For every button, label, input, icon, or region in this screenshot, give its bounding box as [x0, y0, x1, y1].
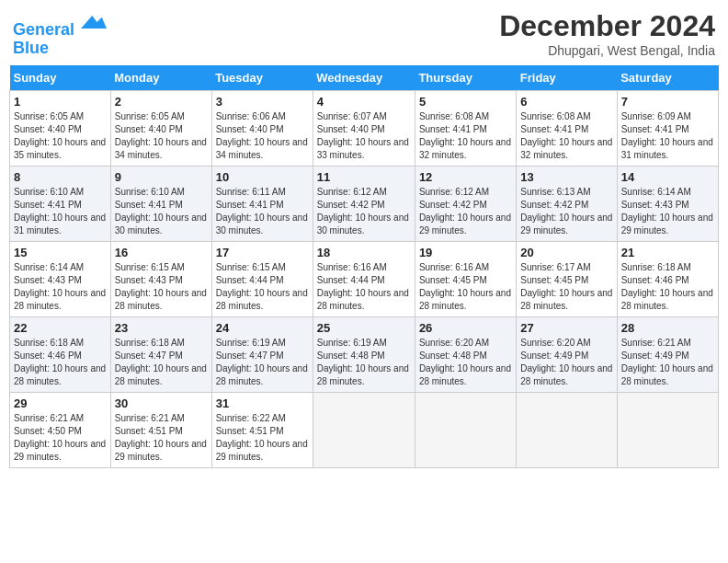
calendar-cell: 20Sunrise: 6:17 AMSunset: 4:45 PMDayligh… — [517, 242, 617, 317]
calendar-cell: 30Sunrise: 6:21 AMSunset: 4:51 PMDayligh… — [110, 393, 211, 468]
calendar-cell — [517, 393, 617, 468]
col-header-wednesday: Wednesday — [313, 65, 415, 91]
day-info: Sunrise: 6:18 AMSunset: 4:47 PMDaylight:… — [115, 337, 208, 388]
col-header-saturday: Saturday — [617, 65, 718, 91]
day-info: Sunrise: 6:12 AMSunset: 4:42 PMDaylight:… — [419, 186, 512, 237]
day-info: Sunrise: 6:14 AMSunset: 4:43 PMDaylight:… — [621, 186, 714, 237]
day-info: Sunrise: 6:12 AMSunset: 4:42 PMDaylight:… — [317, 186, 411, 237]
calendar-cell: 25Sunrise: 6:19 AMSunset: 4:48 PMDayligh… — [313, 317, 415, 393]
calendar-cell: 11Sunrise: 6:12 AMSunset: 4:42 PMDayligh… — [313, 167, 415, 242]
day-number: 29 — [14, 396, 107, 410]
day-number: 1 — [14, 95, 107, 109]
day-number: 21 — [621, 246, 714, 259]
calendar-week-4: 22Sunrise: 6:18 AMSunset: 4:46 PMDayligh… — [10, 317, 719, 393]
day-number: 16 — [115, 246, 208, 259]
calendar-cell: 17Sunrise: 6:15 AMSunset: 4:44 PMDayligh… — [211, 242, 313, 317]
title-block: December 2024 Dhupgari, West Bengal, Ind… — [499, 9, 715, 58]
calendar-cell: 31Sunrise: 6:22 AMSunset: 4:51 PMDayligh… — [211, 393, 313, 468]
logo-general: General — [13, 20, 74, 39]
day-number: 20 — [520, 246, 612, 259]
calendar-cell — [617, 393, 718, 468]
calendar-cell: 14Sunrise: 6:14 AMSunset: 4:43 PMDayligh… — [617, 167, 718, 242]
col-header-sunday: Sunday — [10, 65, 111, 91]
calendar-cell: 9Sunrise: 6:10 AMSunset: 4:41 PMDaylight… — [110, 167, 211, 242]
calendar-cell: 15Sunrise: 6:14 AMSunset: 4:43 PMDayligh… — [10, 242, 111, 317]
day-number: 13 — [520, 170, 612, 184]
day-info: Sunrise: 6:19 AMSunset: 4:48 PMDaylight:… — [317, 337, 411, 388]
day-number: 31 — [216, 396, 309, 410]
logo: General Blue — [13, 9, 107, 58]
day-info: Sunrise: 6:13 AMSunset: 4:42 PMDaylight:… — [520, 186, 612, 237]
col-header-thursday: Thursday — [415, 65, 516, 91]
day-number: 14 — [621, 170, 714, 184]
day-number: 9 — [115, 170, 208, 184]
day-number: 19 — [419, 246, 512, 259]
day-info: Sunrise: 6:09 AMSunset: 4:41 PMDaylight:… — [621, 110, 714, 162]
day-number: 25 — [317, 321, 411, 335]
calendar-cell: 28Sunrise: 6:21 AMSunset: 4:49 PMDayligh… — [617, 317, 718, 393]
day-info: Sunrise: 6:16 AMSunset: 4:45 PMDaylight:… — [419, 261, 512, 313]
calendar-week-5: 29Sunrise: 6:21 AMSunset: 4:50 PMDayligh… — [10, 393, 719, 468]
calendar-cell: 3Sunrise: 6:06 AMSunset: 4:40 PMDaylight… — [211, 91, 313, 167]
calendar-cell: 12Sunrise: 6:12 AMSunset: 4:42 PMDayligh… — [415, 167, 516, 242]
calendar-cell: 18Sunrise: 6:16 AMSunset: 4:44 PMDayligh… — [313, 242, 415, 317]
calendar-cell: 24Sunrise: 6:19 AMSunset: 4:47 PMDayligh… — [211, 317, 313, 393]
calendar-cell — [415, 393, 516, 468]
calendar-cell: 27Sunrise: 6:20 AMSunset: 4:49 PMDayligh… — [517, 317, 617, 393]
calendar-week-1: 1Sunrise: 6:05 AMSunset: 4:40 PMDaylight… — [10, 91, 719, 167]
calendar-week-2: 8Sunrise: 6:10 AMSunset: 4:41 PMDaylight… — [10, 167, 719, 242]
day-info: Sunrise: 6:08 AMSunset: 4:41 PMDaylight:… — [419, 110, 512, 162]
day-info: Sunrise: 6:07 AMSunset: 4:40 PMDaylight:… — [317, 110, 411, 162]
logo-icon — [81, 9, 107, 35]
day-info: Sunrise: 6:18 AMSunset: 4:46 PMDaylight:… — [14, 337, 107, 388]
day-info: Sunrise: 6:21 AMSunset: 4:49 PMDaylight:… — [621, 337, 714, 388]
col-header-tuesday: Tuesday — [211, 65, 313, 91]
calendar-cell: 8Sunrise: 6:10 AMSunset: 4:41 PMDaylight… — [10, 167, 111, 242]
day-info: Sunrise: 6:05 AMSunset: 4:40 PMDaylight:… — [115, 110, 208, 162]
day-number: 2 — [115, 95, 208, 109]
day-number: 12 — [419, 170, 512, 184]
day-info: Sunrise: 6:20 AMSunset: 4:48 PMDaylight:… — [419, 337, 512, 388]
month-title: December 2024 — [499, 9, 715, 43]
location: Dhupgari, West Bengal, India — [499, 43, 715, 58]
calendar-cell: 4Sunrise: 6:07 AMSunset: 4:40 PMDaylight… — [313, 91, 415, 167]
day-info: Sunrise: 6:21 AMSunset: 4:50 PMDaylight:… — [14, 412, 107, 464]
calendar-cell: 29Sunrise: 6:21 AMSunset: 4:50 PMDayligh… — [10, 393, 111, 468]
day-number: 27 — [520, 321, 612, 335]
day-number: 17 — [216, 246, 309, 259]
day-info: Sunrise: 6:10 AMSunset: 4:41 PMDaylight:… — [115, 186, 208, 237]
day-info: Sunrise: 6:16 AMSunset: 4:44 PMDaylight:… — [317, 261, 411, 313]
calendar-cell: 5Sunrise: 6:08 AMSunset: 4:41 PMDaylight… — [415, 91, 516, 167]
calendar-cell: 2Sunrise: 6:05 AMSunset: 4:40 PMDaylight… — [110, 91, 211, 167]
calendar-cell — [313, 393, 415, 468]
day-number: 28 — [621, 321, 714, 335]
day-number: 15 — [14, 246, 107, 259]
calendar-table: SundayMondayTuesdayWednesdayThursdayFrid… — [9, 65, 719, 468]
calendar-cell: 6Sunrise: 6:08 AMSunset: 4:41 PMDaylight… — [517, 91, 617, 167]
day-info: Sunrise: 6:10 AMSunset: 4:41 PMDaylight:… — [14, 186, 107, 237]
calendar-cell: 1Sunrise: 6:05 AMSunset: 4:40 PMDaylight… — [10, 91, 111, 167]
day-info: Sunrise: 6:22 AMSunset: 4:51 PMDaylight:… — [216, 412, 309, 464]
day-number: 24 — [216, 321, 309, 335]
day-number: 4 — [317, 95, 411, 109]
day-info: Sunrise: 6:06 AMSunset: 4:40 PMDaylight:… — [216, 110, 309, 162]
calendar-cell: 26Sunrise: 6:20 AMSunset: 4:48 PMDayligh… — [415, 317, 516, 393]
day-info: Sunrise: 6:15 AMSunset: 4:44 PMDaylight:… — [216, 261, 309, 313]
calendar-cell: 22Sunrise: 6:18 AMSunset: 4:46 PMDayligh… — [10, 317, 111, 393]
day-info: Sunrise: 6:19 AMSunset: 4:47 PMDaylight:… — [216, 337, 309, 388]
day-number: 18 — [317, 246, 411, 259]
day-number: 30 — [115, 396, 208, 410]
calendar-week-3: 15Sunrise: 6:14 AMSunset: 4:43 PMDayligh… — [10, 242, 719, 317]
logo-blue: Blue — [13, 39, 49, 57]
col-header-monday: Monday — [110, 65, 211, 91]
day-info: Sunrise: 6:21 AMSunset: 4:51 PMDaylight:… — [115, 412, 208, 464]
calendar-cell: 21Sunrise: 6:18 AMSunset: 4:46 PMDayligh… — [617, 242, 718, 317]
day-info: Sunrise: 6:08 AMSunset: 4:41 PMDaylight:… — [520, 110, 612, 162]
day-number: 11 — [317, 170, 411, 184]
calendar-cell: 13Sunrise: 6:13 AMSunset: 4:42 PMDayligh… — [517, 167, 617, 242]
day-number: 6 — [520, 95, 612, 109]
day-info: Sunrise: 6:17 AMSunset: 4:45 PMDaylight:… — [520, 261, 612, 313]
day-number: 8 — [14, 170, 107, 184]
calendar-cell: 16Sunrise: 6:15 AMSunset: 4:43 PMDayligh… — [110, 242, 211, 317]
day-info: Sunrise: 6:20 AMSunset: 4:49 PMDaylight:… — [520, 337, 612, 388]
